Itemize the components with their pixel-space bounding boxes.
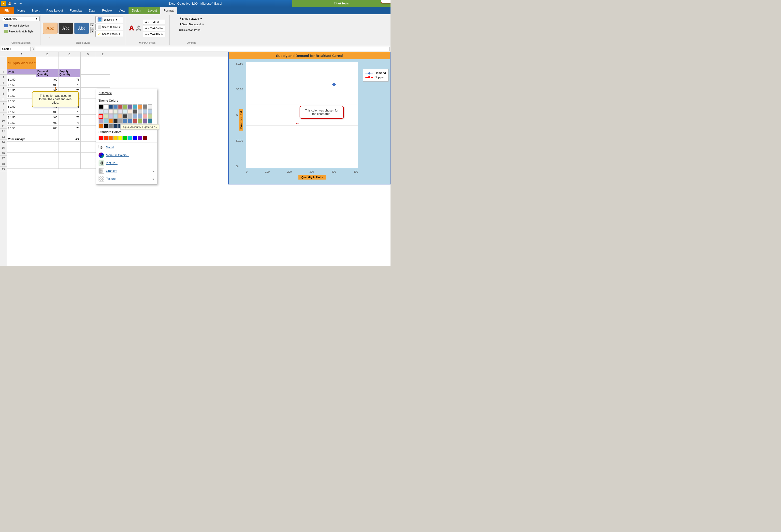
- cell-d-7[interactable]: [81, 98, 95, 104]
- more-fill-option[interactable]: ● More Fill Colors...: [96, 151, 157, 159]
- cell-b14[interactable]: [36, 136, 58, 142]
- cell-d-9[interactable]: [81, 109, 95, 115]
- tab-design[interactable]: Design: [128, 7, 145, 14]
- cell-c-4[interactable]: 75: [58, 82, 81, 88]
- cell-d-16[interactable]: [81, 147, 95, 152]
- cell-b2[interactable]: Demand Quantity: [36, 69, 58, 77]
- cell-c2[interactable]: Supply Quantity: [58, 69, 81, 77]
- theme-color-16[interactable]: [123, 109, 128, 114]
- theme-color-28[interactable]: [128, 114, 132, 119]
- cell-a-title[interactable]: Supply and Demand for Breakfast Cereal: [7, 57, 36, 69]
- tab-data[interactable]: Data: [85, 7, 98, 14]
- cell-e-3[interactable]: [95, 77, 110, 82]
- shape-style-2-button[interactable]: Abc: [58, 23, 73, 34]
- std-color-2[interactable]: [108, 136, 113, 140]
- theme-color-32[interactable]: [148, 114, 152, 119]
- cell-d13[interactable]: [81, 131, 95, 136]
- cell-c-11[interactable]: 75: [58, 120, 81, 126]
- tab-format[interactable]: Format: [160, 7, 177, 14]
- cell-a2[interactable]: Price: [7, 69, 36, 75]
- theme-color-24[interactable]: [108, 114, 113, 119]
- cell-d-18[interactable]: [81, 158, 95, 163]
- cell-a-18[interactable]: [7, 158, 36, 163]
- theme-color-31[interactable]: [143, 114, 147, 119]
- theme-color-20[interactable]: [143, 109, 147, 114]
- theme-color-14[interactable]: [113, 109, 118, 114]
- theme-color-40[interactable]: [133, 119, 137, 124]
- cell-c14[interactable]: 0%: [58, 136, 81, 142]
- theme-color-46[interactable]: [108, 124, 113, 128]
- cell-a-15[interactable]: [7, 142, 36, 147]
- cell-d-4[interactable]: [81, 82, 95, 88]
- theme-color-9[interactable]: [143, 104, 147, 109]
- theme-color-47[interactable]: [113, 124, 118, 128]
- theme-color-34[interactable]: [104, 119, 108, 124]
- cell-c13[interactable]: [58, 131, 81, 136]
- cell-d-15[interactable]: [81, 142, 95, 147]
- cell-a-4[interactable]: $ 1.50: [7, 82, 36, 88]
- cell-b-10[interactable]: 400: [36, 115, 58, 120]
- theme-color-4[interactable]: [118, 104, 123, 109]
- cell-a14[interactable]: Price Change: [7, 136, 36, 142]
- cell-b-18[interactable]: [36, 158, 58, 163]
- cell-b13[interactable]: [36, 131, 58, 136]
- theme-color-1[interactable]: [104, 104, 108, 109]
- cell-b-3[interactable]: 400: [36, 77, 58, 82]
- theme-color-42[interactable]: [143, 119, 147, 124]
- theme-color-29[interactable]: [133, 114, 137, 119]
- cell-b-16[interactable]: [36, 147, 58, 152]
- cell-c-19[interactable]: [58, 163, 81, 169]
- theme-color-17[interactable]: [128, 109, 132, 114]
- cell-b-title[interactable]: [36, 57, 58, 69]
- std-color-8[interactable]: [138, 136, 142, 140]
- send-backward-button[interactable]: ⬇ Send Backward ▼: [178, 22, 206, 27]
- theme-color-33[interactable]: [98, 119, 103, 124]
- theme-color-2[interactable]: [108, 104, 113, 109]
- formula-input[interactable]: [35, 47, 389, 51]
- gradient-option[interactable]: ◻ Gradient ▶: [96, 167, 157, 175]
- std-color-0[interactable]: [98, 136, 103, 140]
- tab-view[interactable]: View: [115, 7, 128, 14]
- shape-styles-scroll-up[interactable]: ▲: [90, 23, 94, 26]
- save-qat-button[interactable]: 💾: [7, 1, 12, 6]
- cell-a-17[interactable]: [7, 152, 36, 158]
- cell-a-16[interactable]: [7, 147, 36, 152]
- tab-formulas[interactable]: Formulas: [66, 7, 85, 14]
- std-color-9[interactable]: [143, 136, 147, 140]
- cell-c-title[interactable]: [58, 57, 81, 69]
- cell-b-12[interactable]: 400: [36, 126, 58, 131]
- cell-c-15[interactable]: [58, 142, 81, 147]
- theme-color-6[interactable]: [128, 104, 132, 109]
- theme-color-52[interactable]: [138, 124, 142, 128]
- cell-d14[interactable]: [81, 136, 95, 142]
- text-outline-button[interactable]: A▼ Text Outline: [143, 26, 165, 31]
- cell-d-5[interactable]: [81, 88, 95, 93]
- shape-styles-scroll-down[interactable]: ▼: [90, 27, 94, 30]
- tab-home[interactable]: Home: [14, 7, 29, 14]
- redo-qat-button[interactable]: ↪: [18, 1, 23, 6]
- shape-style-3-button[interactable]: Abc: [74, 23, 89, 34]
- cell-d-19[interactable]: [81, 163, 95, 169]
- cell-a-9[interactable]: $ 1.50: [7, 109, 36, 115]
- chart-element-dropdown[interactable]: Chart Area ▼: [3, 16, 40, 21]
- cell-a-10[interactable]: $ 1.50: [7, 115, 36, 120]
- cell-b-11[interactable]: 400: [36, 120, 58, 126]
- cell-a-3[interactable]: $ 1.50: [7, 77, 36, 82]
- std-color-7[interactable]: [133, 136, 137, 140]
- theme-color-5[interactable]: [123, 104, 128, 109]
- cell-c-3[interactable]: 75: [58, 77, 81, 82]
- texture-option[interactable]: ◻ Texture ▶: [96, 175, 157, 183]
- cell-e-title[interactable]: [95, 57, 110, 69]
- tab-layout[interactable]: Layout: [145, 7, 160, 14]
- tab-page-layout[interactable]: Page Layout: [43, 7, 66, 14]
- theme-color-8[interactable]: [138, 104, 142, 109]
- picture-option[interactable]: 🖼 Picture...: [96, 159, 157, 167]
- theme-color-44[interactable]: [98, 124, 103, 128]
- std-color-4[interactable]: [118, 136, 123, 140]
- cell-b-19[interactable]: [36, 163, 58, 169]
- cell-e2[interactable]: [95, 69, 110, 75]
- theme-color-15[interactable]: [118, 109, 123, 114]
- theme-color-38[interactable]: [123, 119, 128, 124]
- theme-color-23[interactable]: [104, 114, 108, 119]
- tab-review[interactable]: Review: [98, 7, 115, 14]
